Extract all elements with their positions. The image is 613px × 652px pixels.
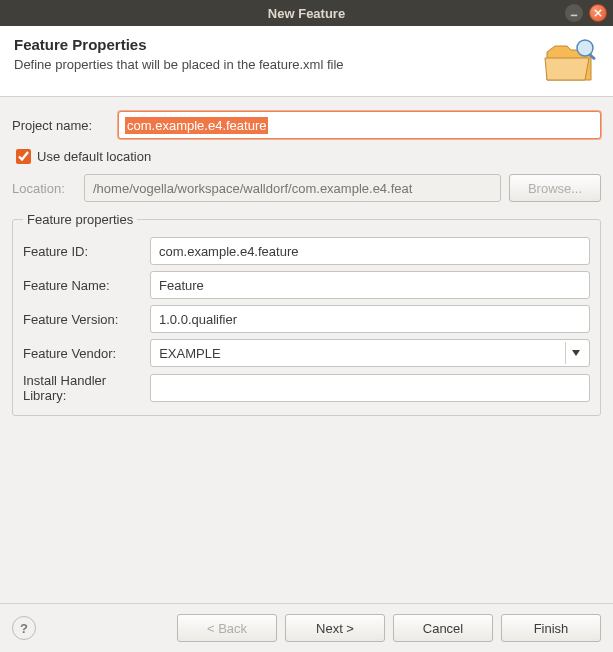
svg-point-1 [577, 40, 593, 56]
project-name-input[interactable]: com.example.e4.feature [118, 111, 601, 139]
back-button: < Back [177, 614, 277, 642]
help-button[interactable]: ? [12, 616, 36, 640]
window-title: New Feature [0, 6, 613, 21]
cancel-button[interactable]: Cancel [393, 614, 493, 642]
feature-icon [543, 36, 599, 84]
feature-id-label: Feature ID: [23, 244, 146, 259]
close-button[interactable] [589, 4, 607, 22]
wizard-header: Feature Properties Define properties tha… [0, 26, 613, 97]
titlebar: New Feature [0, 0, 613, 26]
install-handler-label: Install Handler Library: [23, 373, 146, 403]
use-default-location-checkbox[interactable] [16, 149, 31, 164]
wizard-footer: ? < Back Next > Cancel Finish [0, 603, 613, 652]
next-button[interactable]: Next > [285, 614, 385, 642]
location-row: Location: Browse... [12, 174, 601, 202]
feature-name-label: Feature Name: [23, 278, 146, 293]
use-default-location-label: Use default location [37, 149, 151, 164]
browse-button: Browse... [509, 174, 601, 202]
install-handler-input[interactable] [150, 374, 590, 402]
content-area: Project name: com.example.e4.feature Use… [0, 97, 613, 603]
feature-version-input[interactable] [150, 305, 590, 333]
feature-name-input[interactable] [150, 271, 590, 299]
feature-version-label: Feature Version: [23, 312, 146, 327]
project-name-label: Project name: [12, 118, 110, 133]
minimize-button[interactable] [565, 4, 583, 22]
feature-properties-group: Feature properties Feature ID: Feature N… [12, 212, 601, 416]
feature-vendor-label: Feature Vendor: [23, 346, 146, 361]
project-name-value: com.example.e4.feature [125, 117, 268, 134]
location-label: Location: [12, 181, 76, 196]
finish-button[interactable]: Finish [501, 614, 601, 642]
page-title: Feature Properties [14, 36, 543, 53]
feature-id-input[interactable] [150, 237, 590, 265]
use-default-location-row: Use default location [12, 149, 601, 164]
project-name-row: Project name: com.example.e4.feature [12, 111, 601, 139]
feature-vendor-value: EXAMPLE [159, 346, 220, 361]
location-input [84, 174, 501, 202]
feature-vendor-dropdown[interactable]: EXAMPLE [150, 339, 590, 367]
feature-properties-legend: Feature properties [23, 212, 137, 227]
svg-rect-0 [571, 15, 577, 17]
chevron-down-icon [565, 342, 585, 364]
page-desc: Define properties that will be placed in… [14, 57, 543, 72]
